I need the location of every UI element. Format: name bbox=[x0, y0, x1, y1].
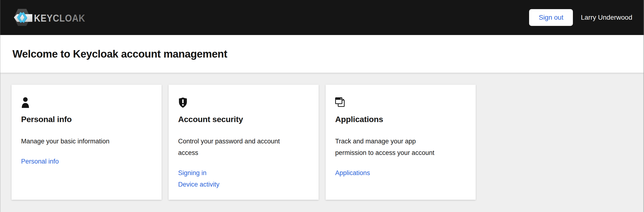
personal-info-link[interactable]: Personal info bbox=[21, 156, 59, 167]
brand-wordmark: KEYCLOAK bbox=[34, 13, 85, 24]
sign-out-button[interactable]: Sign out bbox=[529, 9, 573, 26]
card-links: Signing in Device activity bbox=[178, 167, 309, 190]
keycloak-logo-icon: KEYCLOAK bbox=[14, 9, 86, 26]
card-applications: Applications Track and manage your app p… bbox=[326, 85, 476, 200]
keycloak-logo[interactable]: KEYCLOAK bbox=[14, 9, 86, 26]
card-account-security: Account security Control your password a… bbox=[168, 85, 319, 200]
page-title: Welcome to Keycloak account management bbox=[12, 48, 227, 60]
card-personal-info: Personal info Manage your basic informat… bbox=[12, 85, 162, 200]
signing-in-link[interactable]: Signing in bbox=[178, 167, 206, 179]
applications-icon bbox=[335, 97, 466, 108]
applications-link[interactable]: Applications bbox=[335, 167, 370, 179]
app-header: KEYCLOAK Sign out Larry Underwood bbox=[0, 0, 644, 35]
page-title-section: Welcome to Keycloak account management bbox=[0, 35, 644, 73]
user-name: Larry Underwood bbox=[581, 14, 632, 21]
user-icon bbox=[21, 97, 152, 108]
card-links: Applications bbox=[335, 167, 466, 179]
card-grid: Personal info Manage your basic informat… bbox=[0, 73, 644, 200]
card-title: Personal info bbox=[21, 114, 152, 124]
card-description: Manage your basic information bbox=[21, 135, 132, 147]
device-activity-link[interactable]: Device activity bbox=[178, 179, 220, 190]
card-title: Account security bbox=[178, 114, 309, 124]
card-links: Personal info bbox=[21, 156, 152, 167]
card-description: Track and manage your app permission to … bbox=[335, 135, 446, 158]
shield-exclamation-icon bbox=[178, 97, 309, 108]
card-description: Control your password and account access bbox=[178, 135, 290, 158]
card-title: Applications bbox=[335, 114, 466, 124]
